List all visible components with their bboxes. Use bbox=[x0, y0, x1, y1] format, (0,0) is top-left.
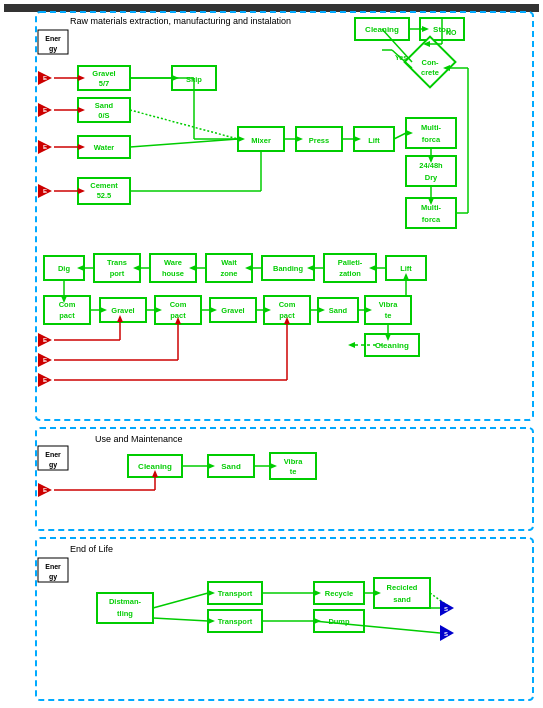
svg-text:E: E bbox=[43, 144, 47, 150]
svg-marker-207 bbox=[38, 184, 52, 198]
svg-marker-225 bbox=[440, 625, 454, 641]
svg-marker-179 bbox=[78, 75, 85, 81]
svg-rect-22 bbox=[296, 127, 342, 151]
svg-marker-174 bbox=[314, 618, 321, 624]
svg-text:te: te bbox=[290, 467, 297, 476]
svg-rect-83 bbox=[97, 593, 153, 623]
svg-text:Ener: Ener bbox=[45, 35, 61, 42]
svg-text:forca: forca bbox=[422, 135, 441, 144]
svg-text:Con-: Con- bbox=[421, 58, 439, 67]
svg-line-111 bbox=[130, 110, 238, 139]
svg-rect-61 bbox=[155, 296, 201, 324]
svg-text:Com: Com bbox=[59, 300, 76, 309]
svg-marker-213 bbox=[38, 373, 52, 387]
svg-rect-40 bbox=[94, 254, 140, 282]
svg-text:Mixer: Mixer bbox=[251, 136, 271, 145]
svg-rect-71 bbox=[365, 296, 411, 324]
svg-text:Banding: Banding bbox=[273, 264, 303, 273]
svg-text:Dump: Dump bbox=[328, 617, 350, 626]
svg-text:Press: Press bbox=[309, 136, 329, 145]
svg-rect-215 bbox=[38, 446, 68, 470]
svg-rect-198 bbox=[38, 30, 68, 54]
svg-marker-123 bbox=[428, 198, 434, 205]
svg-text:zation: zation bbox=[339, 269, 361, 278]
svg-marker-162 bbox=[348, 342, 355, 348]
svg-text:Transport: Transport bbox=[218, 617, 253, 626]
svg-text:Gravel: Gravel bbox=[221, 306, 244, 315]
svg-marker-144 bbox=[403, 273, 409, 280]
svg-marker-156 bbox=[100, 307, 107, 313]
svg-text:E: E bbox=[43, 188, 47, 194]
svg-line-167 bbox=[153, 593, 208, 608]
svg-text:gy: gy bbox=[49, 461, 57, 469]
svg-rect-46 bbox=[206, 254, 252, 282]
svg-marker-101 bbox=[423, 41, 430, 47]
svg-marker-203 bbox=[38, 103, 52, 117]
svg-line-169 bbox=[153, 618, 208, 621]
svg-marker-158 bbox=[61, 296, 67, 303]
svg-marker-183 bbox=[78, 144, 85, 150]
svg-marker-142 bbox=[77, 265, 84, 271]
svg-text:Recycle: Recycle bbox=[325, 589, 353, 598]
svg-text:Dry: Dry bbox=[425, 173, 438, 182]
svg-rect-56 bbox=[44, 296, 90, 324]
svg-marker-98 bbox=[422, 26, 429, 32]
svg-rect-80 bbox=[270, 453, 316, 479]
svg-marker-110 bbox=[172, 75, 179, 81]
svg-text:zone: zone bbox=[220, 269, 237, 278]
svg-text:Skip: Skip bbox=[186, 75, 202, 84]
svg-rect-15 bbox=[78, 98, 130, 122]
svg-text:Vibra: Vibra bbox=[379, 300, 398, 309]
svg-text:house: house bbox=[162, 269, 184, 278]
svg-text:Lift: Lift bbox=[368, 136, 380, 145]
svg-rect-59 bbox=[100, 298, 146, 322]
svg-marker-209 bbox=[38, 333, 52, 347]
svg-text:Gravel: Gravel bbox=[92, 69, 115, 78]
svg-marker-134 bbox=[307, 265, 314, 271]
svg-rect-78 bbox=[208, 455, 254, 477]
svg-marker-194 bbox=[284, 317, 290, 324]
svg-rect-66 bbox=[264, 296, 310, 324]
svg-marker-127 bbox=[443, 65, 450, 71]
svg-rect-43 bbox=[150, 254, 196, 282]
svg-rect-26 bbox=[406, 118, 456, 148]
svg-rect-69 bbox=[318, 298, 358, 322]
svg-text:Palleti-: Palleti- bbox=[338, 258, 363, 267]
svg-rect-49 bbox=[262, 256, 314, 280]
svg-marker-197 bbox=[152, 470, 158, 477]
svg-marker-146 bbox=[365, 307, 372, 313]
svg-text:Water: Water bbox=[94, 143, 115, 152]
svg-marker-148 bbox=[318, 307, 325, 313]
svg-text:NO: NO bbox=[446, 29, 457, 36]
svg-rect-94 bbox=[374, 578, 430, 608]
svg-text:Dig: Dig bbox=[58, 264, 71, 273]
svg-text:Transport: Transport bbox=[218, 589, 253, 598]
svg-text:E: E bbox=[43, 337, 47, 343]
svg-text:Yes: Yes bbox=[395, 54, 407, 61]
svg-rect-90 bbox=[314, 582, 364, 604]
svg-marker-138 bbox=[189, 265, 196, 271]
svg-text:Ware: Ware bbox=[164, 258, 182, 267]
svg-marker-117 bbox=[354, 136, 361, 142]
svg-text:Cleaning: Cleaning bbox=[138, 462, 172, 471]
svg-rect-18 bbox=[78, 136, 130, 158]
svg-marker-113 bbox=[238, 136, 245, 142]
svg-text:Distman-: Distman- bbox=[109, 597, 142, 606]
svg-marker-164 bbox=[208, 463, 215, 469]
svg-text:Com: Com bbox=[279, 300, 296, 309]
svg-rect-64 bbox=[210, 298, 256, 322]
svg-marker-176 bbox=[374, 590, 381, 596]
flow-diagram: Raw materials extraction, manufacturing … bbox=[0, 0, 543, 708]
svg-text:Vibra: Vibra bbox=[284, 457, 303, 466]
svg-text:Lift: Lift bbox=[400, 264, 412, 273]
eol-title: End of Life bbox=[70, 544, 113, 554]
svg-rect-88 bbox=[208, 610, 262, 632]
svg-marker-132 bbox=[369, 265, 376, 271]
svg-text:Ener: Ener bbox=[45, 563, 61, 570]
svg-text:Cleaning: Cleaning bbox=[365, 25, 399, 34]
svg-rect-3 bbox=[355, 18, 409, 40]
svg-text:Sand: Sand bbox=[221, 462, 241, 471]
svg-text:0/S: 0/S bbox=[98, 111, 109, 120]
svg-text:Multi-: Multi- bbox=[421, 123, 441, 132]
svg-text:Cement: Cement bbox=[90, 181, 118, 190]
